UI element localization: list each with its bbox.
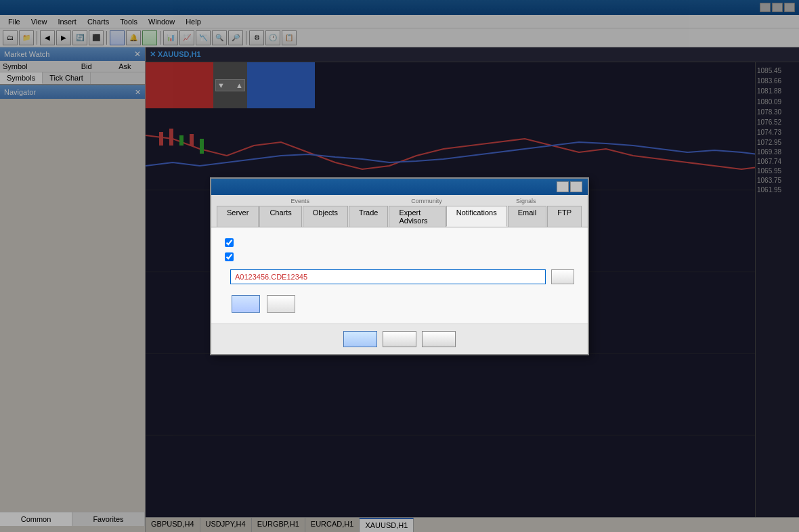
tab-objects[interactable]: Objects: [303, 206, 348, 227]
cancel-button[interactable]: [383, 331, 416, 347]
dialog-content: [211, 227, 588, 324]
community-group-label: Community: [400, 198, 454, 204]
ok-button[interactable]: [343, 331, 377, 347]
tab-group-labels: Events Community Signals: [217, 198, 582, 204]
iphone-button[interactable]: [232, 295, 260, 313]
help-footer-button[interactable]: [422, 331, 456, 347]
dialog-titlebar: [211, 179, 588, 195]
enable-push-checkbox[interactable]: [225, 238, 234, 247]
dialog-tabs-top: Events Community Signals Server Charts O…: [211, 195, 588, 227]
options-dialog: Events Community Signals Server Charts O…: [210, 177, 589, 355]
tab-server[interactable]: Server: [217, 206, 259, 227]
tab-trade[interactable]: Trade: [349, 206, 388, 227]
metaquotes-id-input[interactable]: [230, 269, 546, 284]
dialog-footer: [211, 324, 588, 354]
tab-email[interactable]: Email: [508, 206, 547, 227]
metaquotes-id-row: [225, 269, 574, 284]
tab-notifications[interactable]: Notifications: [446, 206, 507, 227]
dialog-close-btn[interactable]: [570, 181, 582, 192]
tab-charts[interactable]: Charts: [259, 206, 301, 227]
tab-expert-advisors[interactable]: Expert Advisors: [389, 206, 445, 227]
tab-ftp[interactable]: FTP: [547, 206, 582, 227]
test-button[interactable]: [551, 269, 574, 284]
notify-trade-row: [225, 252, 574, 261]
dialog-window-controls: [557, 181, 582, 192]
enable-push-row: [225, 238, 574, 247]
notify-trade-checkbox[interactable]: [225, 252, 234, 261]
signals-group-label: Signals: [485, 198, 567, 204]
dialog-tab-row: Server Charts Objects Trade Expert Advis…: [217, 206, 582, 227]
download-row: [225, 295, 574, 313]
dialog-help-btn[interactable]: [557, 181, 569, 192]
dialog-overlay: Events Community Signals Server Charts O…: [0, 0, 799, 532]
android-button[interactable]: [267, 295, 295, 313]
events-group-label: Events: [232, 198, 368, 204]
